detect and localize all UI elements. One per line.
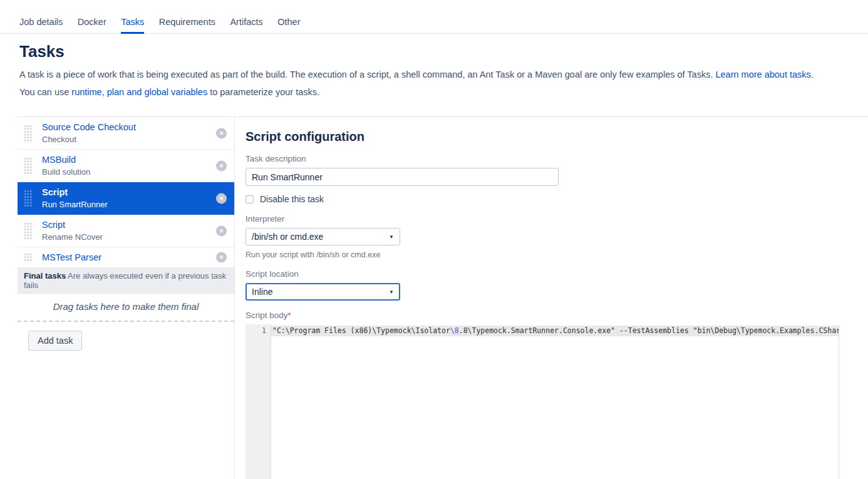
interpreter-help-text: Run your script with /bin/sh or cmd.exe [245, 250, 868, 259]
interpreter-label: Interpreter [245, 214, 868, 224]
intro-text: A task is a piece of work that is being … [19, 70, 715, 80]
task-title[interactable]: Source Code Checkout [42, 122, 136, 132]
editor-line-number-gutter: 1 [245, 324, 271, 479]
task-title[interactable]: Script [42, 220, 103, 230]
task-title[interactable]: MSTest Parser [42, 252, 101, 262]
drag-handle-icon[interactable] [24, 125, 32, 142]
script-body-label-text: Script body [245, 311, 288, 320]
disable-task-checkbox[interactable] [245, 195, 254, 203]
variables-link[interactable]: runtime, plan and global variables [71, 87, 207, 97]
script-location-select[interactable]: Inline ▼ [245, 283, 400, 301]
task-subtitle: Build solution [42, 167, 90, 177]
code-segment: .8\Typemock.SmartRunner.Console.exe" --T… [459, 326, 839, 335]
task-text: Script Run SmartRunner [42, 187, 108, 209]
final-tasks-header: Final tasks Are always executed even if … [18, 268, 234, 294]
task-text: Script Rename NCover [42, 220, 103, 242]
task-title[interactable]: MSBuild [42, 155, 90, 165]
code-segment-highlighted: \8 [450, 326, 459, 335]
task-text: Source Code Checkout Checkout [42, 122, 136, 144]
tab-requirements[interactable]: Requirements [159, 17, 215, 32]
interpreter-selected-value: /bin/sh or cmd.exe [252, 232, 323, 242]
task-row-source-code-checkout[interactable]: Source Code Checkout Checkout ✕ [18, 117, 234, 150]
task-subtitle: Run SmartRunner [42, 200, 108, 209]
delete-task-icon[interactable]: ✕ [216, 128, 227, 138]
script-body-label: Script body* [245, 311, 868, 320]
task-subtitle: Rename NCover [42, 232, 103, 242]
editor-code-line[interactable]: "C:\Program Files (x86)\Typemock\Isolato… [271, 326, 839, 336]
variables-paragraph: You can use runtime, plan and global var… [19, 87, 849, 97]
required-asterisk: * [288, 311, 291, 320]
task-row-script-rename-ncover[interactable]: Script Rename NCover ✕ [18, 215, 234, 247]
disable-task-label: Disable this task [260, 194, 324, 204]
tab-other[interactable]: Other [277, 17, 300, 32]
learn-more-link[interactable]: Learn more about tasks. [715, 70, 813, 80]
task-text: MSBuild Build solution [42, 155, 90, 177]
intro-paragraph: A task is a piece of work that is being … [19, 70, 849, 80]
disable-task-row[interactable]: Disable this task [245, 194, 868, 204]
interpreter-select[interactable]: /bin/sh or cmd.exe ▼ [245, 228, 400, 245]
task-row-msbuild[interactable]: MSBuild Build solution ✕ [18, 150, 234, 182]
drag-handle-icon[interactable] [24, 222, 32, 240]
task-title[interactable]: Script [42, 187, 108, 197]
variables-text-before: You can use [19, 87, 71, 97]
delete-task-icon[interactable]: ✕ [216, 160, 227, 171]
page-title: Tasks [19, 42, 868, 61]
drag-handle-icon[interactable] [24, 157, 32, 175]
task-list-sidebar: Source Code Checkout Checkout ✕ MSBuild … [18, 117, 235, 479]
task-row-script-run-smartrunner[interactable]: Script Run SmartRunner ✕ [18, 182, 234, 215]
tab-job-details[interactable]: Job details [19, 17, 63, 32]
tab-tasks[interactable]: Tasks [121, 17, 144, 34]
code-segment: "C:\Program Files (x86)\Typemock\Isolato… [272, 326, 450, 335]
chevron-down-icon: ▼ [389, 289, 394, 295]
tab-bar: Job details Docker Tasks Requirements Ar… [0, 0, 868, 34]
script-location-label: Script location [245, 269, 868, 279]
content-area: Source Code Checkout Checkout ✕ MSBuild … [18, 116, 868, 479]
task-description-input[interactable] [245, 168, 559, 186]
delete-task-icon[interactable]: ✕ [216, 193, 227, 203]
task-row-mstest-parser[interactable]: MSTest Parser ✕ [18, 247, 234, 268]
variables-text-after: to parameterize your tasks. [207, 87, 319, 97]
script-body-editor[interactable]: 1 "C:\Program Files (x86)\Typemock\Isola… [245, 324, 839, 479]
task-text: MSTest Parser [42, 252, 101, 262]
config-heading: Script configuration [245, 130, 868, 144]
tab-artifacts[interactable]: Artifacts [230, 17, 262, 32]
final-tasks-dropzone[interactable]: Drag tasks here to make them final [18, 294, 234, 322]
add-task-button[interactable]: Add task [28, 331, 82, 351]
script-location-selected-value: Inline [252, 287, 272, 297]
final-tasks-label: Final tasks [24, 271, 66, 281]
chevron-down-icon: ▼ [389, 234, 394, 240]
delete-task-icon[interactable]: ✕ [216, 252, 227, 263]
editor-code-area[interactable]: "C:\Program Files (x86)\Typemock\Isolato… [271, 324, 839, 479]
drag-handle-icon[interactable] [24, 190, 32, 207]
task-subtitle: Checkout [42, 135, 136, 144]
line-number: 1 [245, 326, 266, 336]
drag-handle-icon[interactable] [24, 253, 32, 262]
task-description-label: Task description [245, 154, 868, 163]
script-configuration-panel: Script configuration Task description Di… [235, 117, 868, 479]
tab-docker[interactable]: Docker [78, 17, 106, 32]
delete-task-icon[interactable]: ✕ [216, 225, 227, 236]
